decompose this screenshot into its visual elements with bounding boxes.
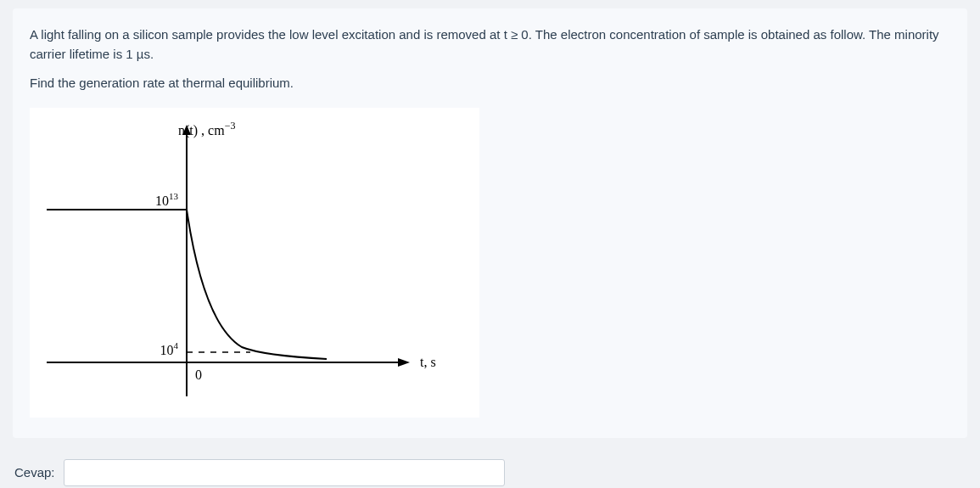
graph-container: n(t) , cm−3 1013 104 0 t, s	[30, 108, 479, 418]
answer-input[interactable]	[64, 459, 505, 486]
x-tick-0: 0	[195, 367, 202, 382]
y-tick-10-4: 104	[160, 340, 179, 357]
y-tick-10-13: 1013	[155, 191, 179, 208]
question-paragraph-1: A light falling on a silicon sample prov…	[30, 25, 950, 64]
answer-label: Cevap:	[14, 463, 55, 483]
svg-marker-3	[398, 358, 410, 367]
answer-row: Cevap:	[13, 455, 967, 488]
question-card: A light falling on a silicon sample prov…	[13, 8, 967, 438]
decay-graph: n(t) , cm−3 1013 104 0 t, s	[38, 116, 471, 409]
y-axis-label: n(t) , cm−3	[178, 120, 235, 138]
x-axis-label: t, s	[420, 355, 436, 369]
question-paragraph-2: Find the generation rate at thermal equi…	[30, 74, 950, 93]
question-text: A light falling on a silicon sample prov…	[30, 25, 950, 93]
